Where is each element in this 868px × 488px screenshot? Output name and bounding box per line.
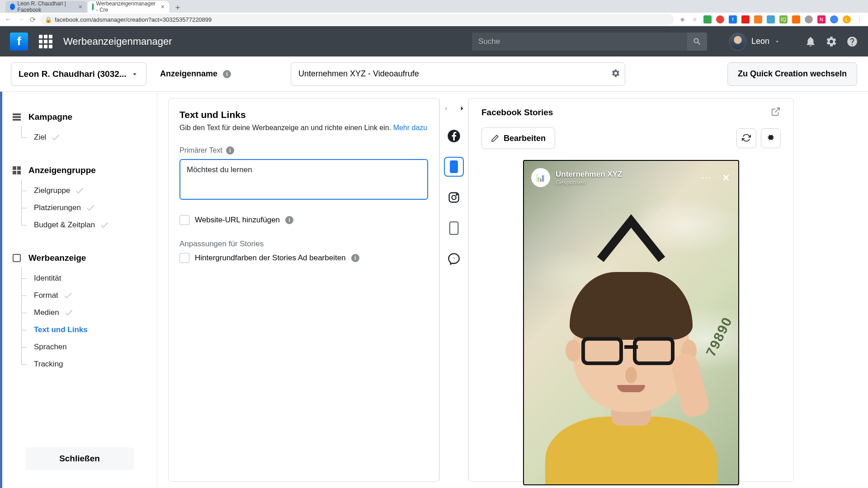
info-icon[interactable]: i bbox=[285, 216, 293, 224]
checkbox[interactable] bbox=[179, 253, 189, 263]
story-sponsored: Gesponsert bbox=[556, 179, 622, 186]
sidebar-item-zielgruppe[interactable]: Zielgruppe bbox=[19, 182, 157, 199]
browser-tab-2[interactable]: Werbeanzeigenmanager - Cre × bbox=[88, 1, 169, 13]
refresh-icon bbox=[742, 133, 751, 142]
ext-icon[interactable]: f bbox=[729, 15, 737, 23]
bug-icon bbox=[766, 133, 775, 142]
sidebar-item-medien[interactable]: Medien bbox=[19, 304, 157, 321]
info-icon[interactable]: i bbox=[226, 146, 234, 155]
ad-name-row: Anzeigenname i bbox=[160, 62, 714, 86]
rail-mobile[interactable] bbox=[444, 157, 464, 177]
chevron-right-icon[interactable] bbox=[458, 104, 466, 113]
sidebar: Kampagne Ziel Anzeigengruppe Zielgruppe … bbox=[0, 92, 157, 488]
ext-icon[interactable] bbox=[716, 15, 724, 23]
more-icon[interactable]: ⋯ bbox=[701, 172, 711, 183]
ext-icon[interactable] bbox=[703, 15, 712, 23]
preview-right-tools bbox=[736, 128, 781, 148]
close-icon[interactable]: × bbox=[79, 3, 82, 10]
person-graphic bbox=[545, 267, 717, 484]
new-tab-button[interactable]: + bbox=[173, 3, 183, 13]
rail-messenger[interactable] bbox=[444, 249, 464, 269]
rail-facebook[interactable] bbox=[444, 126, 464, 146]
sidebar-item-tracking[interactable]: Tracking bbox=[19, 356, 157, 373]
quick-creation-button[interactable]: Zu Quick Creation wechseln bbox=[727, 62, 857, 86]
apps-menu-icon[interactable] bbox=[39, 35, 52, 48]
search-input[interactable] bbox=[472, 33, 687, 51]
story-header: 📊 Unternehmen XYZ Gesponsert ⋯ bbox=[531, 168, 731, 187]
debug-button[interactable] bbox=[761, 128, 781, 148]
refresh-button[interactable] bbox=[736, 128, 756, 148]
primary-text-input[interactable] bbox=[179, 159, 428, 200]
gear-icon[interactable] bbox=[826, 36, 837, 47]
close-icon[interactable] bbox=[721, 173, 731, 183]
tab-bar: Leon R. Chaudhari | Facebook × Werbeanze… bbox=[0, 0, 868, 13]
ext-icon[interactable] bbox=[767, 15, 775, 23]
ad-icon bbox=[11, 253, 22, 263]
edit-button[interactable]: Bearbeiten bbox=[481, 127, 555, 149]
text-links-card: Text und Links Gib den Text für deine We… bbox=[168, 98, 439, 482]
messenger-icon bbox=[448, 253, 460, 265]
header-actions bbox=[805, 36, 858, 47]
ad-name-label: Anzeigenname bbox=[160, 69, 217, 79]
check-icon bbox=[63, 291, 73, 300]
reload-icon[interactable]: ⟳ bbox=[30, 15, 36, 24]
ad-name-input[interactable] bbox=[298, 69, 618, 79]
sidebar-item-ziel[interactable]: Ziel bbox=[19, 129, 157, 146]
check-icon bbox=[75, 186, 85, 196]
account-selector[interactable]: Leon R. Chaudhari (3032... bbox=[11, 62, 146, 86]
sidebar-section-ad[interactable]: Werbeanzeige bbox=[2, 246, 157, 270]
ext-icon[interactable] bbox=[805, 15, 813, 23]
open-external-icon[interactable] bbox=[771, 107, 781, 118]
svg-point-9 bbox=[456, 194, 457, 195]
ext-icon[interactable]: IQ bbox=[779, 15, 788, 23]
bell-icon[interactable] bbox=[805, 36, 816, 47]
ext-icon[interactable]: N bbox=[817, 15, 826, 23]
sidebar-item-budget[interactable]: Budget & Zeitplan bbox=[19, 216, 157, 234]
zoom-icon[interactable]: ⊕ bbox=[678, 15, 686, 23]
profile-avatar-icon[interactable]: L bbox=[843, 15, 851, 23]
chevron-down-icon bbox=[774, 38, 780, 45]
facebook-logo-icon[interactable]: f bbox=[10, 33, 28, 51]
search-button[interactable] bbox=[687, 33, 707, 51]
menu-icon[interactable]: ⋮ bbox=[855, 15, 863, 23]
bg-colors-row[interactable]: Hintergrundfarben der Stories Ad bearbei… bbox=[179, 253, 428, 263]
info-icon[interactable]: i bbox=[223, 70, 231, 78]
lock-icon: 🔒 bbox=[45, 16, 52, 23]
preview-header: Facebook Stories bbox=[481, 107, 781, 118]
story-advertiser: Unternehmen XYZ bbox=[556, 170, 622, 179]
back-icon[interactable]: ← bbox=[5, 15, 12, 24]
user-menu[interactable]: Leon bbox=[729, 33, 780, 51]
rail-tablet[interactable] bbox=[444, 218, 464, 238]
check-icon bbox=[64, 308, 74, 318]
sidebar-item-text-links[interactable]: Text und Links bbox=[19, 321, 157, 338]
svg-rect-10 bbox=[450, 222, 458, 235]
sidebar-item-identitaet[interactable]: Identität bbox=[19, 270, 157, 287]
browser-tab-1[interactable]: Leon R. Chaudhari | Facebook × bbox=[5, 1, 87, 13]
sidebar-item-sprachen[interactable]: Sprachen bbox=[19, 338, 157, 356]
close-button[interactable]: Schließen bbox=[25, 447, 134, 470]
url-field[interactable]: 🔒 facebook.com/adsmanager/creation?act=3… bbox=[40, 14, 674, 25]
close-icon[interactable]: × bbox=[161, 3, 165, 10]
ext-icon[interactable] bbox=[754, 15, 762, 23]
sidebar-item-platzierungen[interactable]: Platzierungen bbox=[19, 199, 157, 216]
ext-icon[interactable] bbox=[792, 15, 800, 23]
website-url-row[interactable]: Website-URL hinzufügen i bbox=[179, 215, 428, 225]
ext-icon[interactable] bbox=[830, 15, 838, 23]
checkbox[interactable] bbox=[179, 215, 189, 225]
preview-title: Facebook Stories bbox=[481, 108, 553, 117]
sidebar-section-campaign[interactable]: Kampagne bbox=[2, 105, 157, 129]
svg-rect-6 bbox=[450, 160, 458, 173]
rail-instagram[interactable] bbox=[444, 188, 464, 207]
sidebar-section-adset[interactable]: Anzeigengruppe bbox=[2, 159, 157, 182]
gear-icon[interactable] bbox=[611, 69, 620, 80]
ext-icon[interactable] bbox=[741, 15, 750, 23]
chevron-left-icon[interactable] bbox=[442, 104, 450, 113]
info-icon[interactable]: i bbox=[351, 254, 359, 262]
forward-icon[interactable]: → bbox=[17, 15, 24, 24]
help-icon[interactable] bbox=[846, 36, 858, 47]
primary-text-label: Primärer Text i bbox=[179, 146, 428, 155]
sidebar-item-format[interactable]: Format bbox=[19, 287, 157, 304]
star-icon[interactable]: ☆ bbox=[691, 15, 699, 23]
learn-more-link[interactable]: Mehr dazu bbox=[393, 124, 428, 131]
svg-point-8 bbox=[452, 195, 456, 199]
